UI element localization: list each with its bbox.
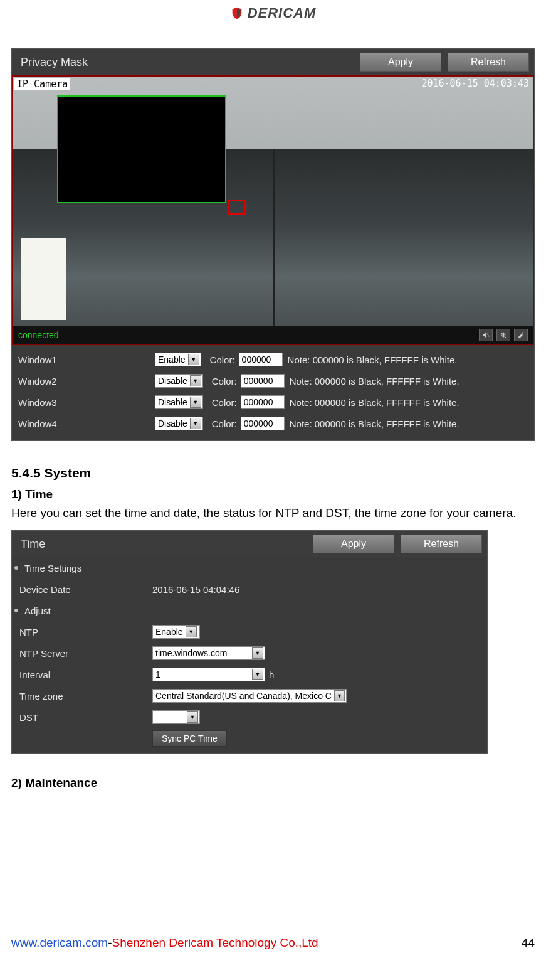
video-status-bar: connected (13, 326, 533, 344)
refresh-button[interactable]: Refresh (401, 535, 482, 553)
video-preview[interactable]: IP Camera 2016-06-15 04:03:43 connected (12, 75, 534, 345)
paragraph-time: Here you can set the time and date, the … (11, 504, 535, 523)
row-interval: Interval 1▼ h (12, 664, 487, 685)
color-note: Note: 000000 is Black, FFFFFF is White. (290, 376, 459, 386)
mute-icon[interactable] (479, 329, 493, 341)
window-row: Window4 Disable▼ Color: Note: 000000 is … (17, 413, 529, 434)
shield-icon (230, 6, 244, 20)
apply-button[interactable]: Apply (360, 53, 441, 72)
row-dst: DST ▼ (12, 706, 487, 728)
panel-title: Privacy Mask (17, 56, 354, 69)
value-device-date: 2016-06-15 04:04:46 (152, 584, 239, 595)
page-header: DERICAM (11, 0, 535, 29)
label-interval: Interval (19, 669, 152, 680)
page-footer: www.dericam.com-Shenzhen Dericam Technol… (11, 936, 535, 950)
window-row: Window1 Enable▼ Color: Note: 000000 is B… (17, 349, 529, 370)
window-rows: Window1 Enable▼ Color: Note: 000000 is B… (12, 345, 534, 440)
label-dst: DST (19, 712, 152, 723)
window-label: Window3 (17, 397, 155, 408)
row-device-date: Device Date 2016-06-15 04:04:46 (12, 578, 487, 600)
interval-select[interactable]: 1▼ (152, 668, 265, 681)
focus-region[interactable] (228, 200, 246, 215)
eye-chart (21, 238, 66, 320)
settings-icon[interactable] (514, 329, 528, 341)
page-number: 44 (522, 936, 535, 950)
window-state-select[interactable]: Disable▼ (155, 395, 203, 409)
color-label: Color: (212, 397, 237, 408)
sync-pc-time-button[interactable]: Sync PC Time (152, 730, 227, 747)
color-label: Color: (212, 376, 237, 386)
row-ntp-server: NTP Server time.windows.com▼ (12, 642, 487, 664)
window-row: Window2 Disable▼ Color: Note: 000000 is … (17, 370, 529, 391)
window-label: Window1 (17, 354, 155, 365)
color-input[interactable] (241, 374, 285, 388)
chevron-down-icon: ▼ (252, 647, 263, 659)
color-input[interactable] (241, 417, 285, 430)
window-label: Window4 (17, 418, 155, 429)
refresh-button[interactable]: Refresh (448, 53, 529, 72)
chevron-down-icon: ▼ (190, 418, 201, 429)
color-input[interactable] (241, 395, 285, 409)
ntp-select[interactable]: Enable▼ (152, 625, 200, 639)
interval-unit: h (269, 669, 274, 680)
label-device-date: Device Date (19, 584, 152, 595)
row-sync: Sync PC Time (12, 728, 487, 749)
doc-text: 5.4.5 System 1) Time Here you can set th… (11, 462, 535, 523)
panel-header: Time Apply Refresh (12, 531, 487, 557)
chevron-down-icon: ▼ (190, 397, 201, 408)
heading-maintenance: 2) Maintenance (11, 776, 535, 790)
brand-text: DERICAM (248, 5, 317, 21)
label-timezone: Time zone (19, 691, 152, 701)
chevron-down-icon: ▼ (187, 711, 198, 723)
bullet-icon (14, 566, 18, 570)
chevron-down-icon: ▼ (334, 690, 345, 701)
window-state-select[interactable]: Enable▼ (155, 353, 201, 366)
color-note: Note: 000000 is Black, FFFFFF is White. (288, 354, 458, 365)
heading-system: 5.4.5 System (11, 462, 535, 484)
window-state-select[interactable]: Disable▼ (155, 374, 203, 388)
brand-logo: DERICAM (230, 5, 317, 21)
timestamp-label: 2016-06-15 04:03:43 (421, 78, 529, 89)
mic-icon[interactable] (496, 329, 510, 341)
chevron-down-icon: ▼ (190, 375, 201, 386)
row-timezone: Time zone Central Standard(US and Canada… (12, 685, 487, 706)
apply-button[interactable]: Apply (313, 535, 394, 553)
subheading-adjust: Adjust (12, 600, 487, 621)
timezone-select[interactable]: Central Standard(US and Canada), Mexico … (152, 689, 347, 703)
color-note: Note: 000000 is Black, FFFFFF is White. (290, 418, 459, 429)
dst-select[interactable]: ▼ (152, 710, 200, 724)
color-label: Color: (212, 418, 237, 429)
panel-header: Privacy Mask Apply Refresh (12, 49, 534, 75)
chevron-down-icon: ▼ (188, 354, 199, 365)
svg-line-0 (487, 334, 489, 337)
footer-company: Shenzhen Dericam Technology Co.,Ltd (112, 936, 318, 949)
window-state-select[interactable]: Disable▼ (155, 417, 203, 430)
chevron-down-icon: ▼ (252, 669, 263, 680)
connection-status: connected (18, 330, 59, 340)
label-ntp: NTP (19, 627, 152, 637)
panel-title: Time (17, 538, 307, 551)
row-ntp: NTP Enable▼ (12, 621, 487, 642)
window-row: Window3 Disable▼ Color: Note: 000000 is … (17, 391, 529, 413)
chevron-down-icon: ▼ (186, 626, 197, 637)
subheading-time-settings: Time Settings (12, 557, 487, 578)
color-note: Note: 000000 is Black, FFFFFF is White. (290, 397, 459, 408)
time-panel: Time Apply Refresh Time Settings Device … (11, 530, 488, 754)
color-label: Color: (210, 354, 235, 365)
ip-camera-label: IP Camera (14, 78, 70, 90)
bullet-icon (14, 609, 18, 612)
label-ntp-server: NTP Server (19, 648, 152, 659)
window-label: Window2 (17, 376, 155, 386)
footer-url[interactable]: www.dericam.com (11, 936, 108, 949)
privacy-mask-panel: Privacy Mask Apply Refresh IP Camera 201… (11, 48, 535, 441)
mask-region[interactable] (57, 95, 226, 203)
heading-time: 1) Time (11, 485, 535, 504)
ntp-server-select[interactable]: time.windows.com▼ (152, 646, 265, 660)
color-input[interactable] (239, 353, 283, 366)
